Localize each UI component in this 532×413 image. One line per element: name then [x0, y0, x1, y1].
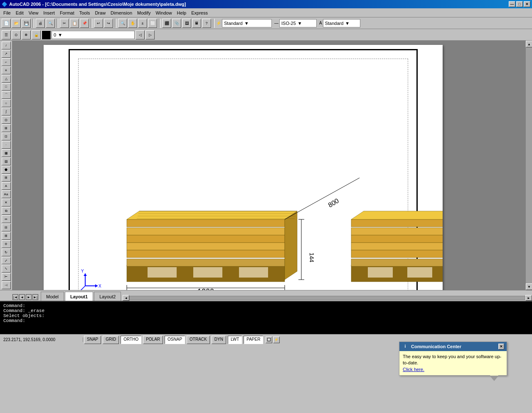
style-dropdown[interactable]: Standard ▼: [323, 19, 360, 27]
scroll-track-horizontal[interactable]: [129, 296, 525, 300]
table-tool[interactable]: ⊞: [2, 174, 11, 182]
save-button[interactable]: 💾: [22, 19, 31, 28]
multiline-tool[interactable]: ≡: [2, 66, 11, 74]
scroll-up-button[interactable]: ▲: [526, 41, 532, 47]
new-button[interactable]: 📄: [2, 19, 11, 28]
menu-file[interactable]: File: [1, 10, 13, 16]
layer-toggle-button[interactable]: ⊙: [12, 30, 21, 39]
polyline-tool[interactable]: ⌐: [2, 58, 11, 66]
menu-help[interactable]: Help: [175, 10, 189, 16]
erase-tool[interactable]: ✕: [2, 199, 11, 206]
otrack-button[interactable]: OTRACK: [187, 336, 210, 344]
layer-name-dropdown[interactable]: 0 ▼: [52, 31, 135, 39]
scroll-down-button[interactable]: ▼: [526, 283, 532, 290]
xref-button[interactable]: 📎: [172, 19, 181, 28]
tab-layout2[interactable]: Layout2: [94, 292, 121, 301]
pan-button[interactable]: ✋: [128, 19, 137, 28]
layer-lock-button[interactable]: 🔒: [32, 30, 41, 39]
stretch-tool[interactable]: ⤡: [2, 265, 11, 273]
status-icon2[interactable]: ⚡: [273, 337, 280, 343]
tab-model[interactable]: Model: [41, 292, 64, 301]
maximize-button[interactable]: □: [516, 1, 523, 7]
layer-color-button[interactable]: ■: [42, 30, 51, 39]
scroll-left-button[interactable]: ◄: [123, 295, 129, 301]
polar-button[interactable]: POLAR: [143, 336, 163, 344]
circle-tool[interactable]: ○: [2, 99, 11, 107]
layer-freeze-button[interactable]: ❄: [22, 30, 31, 39]
copy-button[interactable]: 📋: [70, 19, 79, 28]
calc-button[interactable]: 🖩: [192, 19, 201, 28]
menu-tools[interactable]: Tools: [77, 10, 93, 16]
menu-window[interactable]: Window: [153, 10, 174, 16]
text-tool[interactable]: A: [2, 182, 11, 190]
menu-insert[interactable]: Insert: [41, 10, 57, 16]
scale-tool[interactable]: ⤢: [2, 257, 11, 265]
cut-button[interactable]: ✂: [60, 19, 69, 28]
tab-prev-button[interactable]: ◄: [19, 294, 25, 300]
zoom-win-button[interactable]: ⬜: [148, 19, 157, 28]
menu-view[interactable]: View: [26, 10, 41, 16]
move-tool[interactable]: ✛: [2, 240, 11, 248]
menu-edit[interactable]: Edit: [13, 10, 26, 16]
ellipse-tool[interactable]: ◎: [2, 116, 11, 124]
spline-tool[interactable]: ∫: [2, 108, 11, 116]
hatch-tool[interactable]: ▦: [2, 149, 11, 157]
layer-next-button[interactable]: ▷: [145, 30, 155, 39]
insert-block-button[interactable]: ⬛: [162, 19, 171, 28]
insert-tool[interactable]: ⊡: [2, 133, 11, 140]
block-tool[interactable]: ⊞: [2, 124, 11, 132]
zoom-button[interactable]: 🔍: [118, 19, 127, 28]
print-preview-button[interactable]: 🔍: [46, 19, 55, 28]
menu-express[interactable]: Express: [189, 10, 210, 16]
scroll-track-right[interactable]: [526, 47, 532, 283]
arc-tool[interactable]: ⌒: [2, 91, 11, 99]
command-area[interactable]: Command: Command: _erase Select objects:…: [0, 301, 532, 334]
help-button[interactable]: ?: [202, 19, 211, 28]
offset-tool[interactable]: ⊟: [2, 224, 11, 231]
menu-format[interactable]: Format: [57, 10, 77, 16]
close-button[interactable]: ✕: [524, 1, 530, 7]
attdef-tool[interactable]: Aa: [2, 190, 11, 198]
array-tool[interactable]: ⊞: [2, 232, 11, 240]
tab-next-button[interactable]: ►: [26, 294, 32, 300]
point-tool[interactable]: ·: [2, 141, 11, 149]
tab-layout1[interactable]: Layout1: [65, 292, 93, 301]
osnap-button[interactable]: OSNAP: [165, 336, 185, 344]
image-button[interactable]: 🖼: [182, 19, 191, 28]
status-icon1[interactable]: 🔲: [266, 337, 272, 343]
comm-center-close-button[interactable]: ✕: [498, 344, 504, 349]
gradient-tool[interactable]: ▧: [2, 157, 11, 165]
linetype-dropdown[interactable]: ISO-25 ▼: [279, 19, 317, 27]
layer-dropdown[interactable]: Standard ▼: [222, 19, 272, 27]
paper-button[interactable]: PAPER: [244, 336, 263, 344]
snap-button[interactable]: SNAP: [84, 336, 101, 344]
copy-obj-tool[interactable]: ⧉: [2, 207, 11, 215]
paste-button[interactable]: 📌: [80, 19, 89, 28]
polygon-tool[interactable]: △: [2, 75, 11, 83]
zoom-realtime-button[interactable]: ±: [138, 19, 147, 28]
comm-center-link[interactable]: Click here.: [403, 367, 424, 372]
line-tool[interactable]: /: [2, 42, 11, 49]
lwt-button[interactable]: LWT: [228, 336, 242, 344]
print-button[interactable]: 🖨: [36, 19, 45, 28]
menu-modify[interactable]: Modify: [135, 10, 153, 16]
ray-tool[interactable]: ↗: [2, 50, 11, 58]
redo-button[interactable]: ↪: [104, 19, 113, 28]
mirror-tool[interactable]: ⇔: [2, 215, 11, 223]
ortho-button[interactable]: ORTHO: [121, 336, 141, 344]
layer-prev-button[interactable]: ◁: [135, 30, 145, 39]
dyn-button[interactable]: DYN: [212, 336, 226, 344]
tab-last-button[interactable]: ►|: [32, 294, 38, 300]
open-button[interactable]: 📂: [12, 19, 21, 28]
extend-tool[interactable]: ⊣: [2, 281, 11, 289]
rectangle-tool[interactable]: □: [2, 83, 11, 91]
layer-manager-button[interactable]: ☰: [2, 30, 11, 39]
tab-first-button[interactable]: |◄: [12, 294, 18, 300]
rotate-tool[interactable]: ↻: [2, 248, 11, 256]
menu-dimension[interactable]: Dimension: [108, 10, 135, 16]
minimize-button[interactable]: —: [509, 1, 515, 7]
undo-button[interactable]: ↩: [94, 19, 103, 28]
trim-tool[interactable]: ⊢: [2, 273, 11, 281]
scroll-right-button[interactable]: ►: [525, 295, 532, 301]
grid-button[interactable]: GRID: [103, 336, 119, 344]
